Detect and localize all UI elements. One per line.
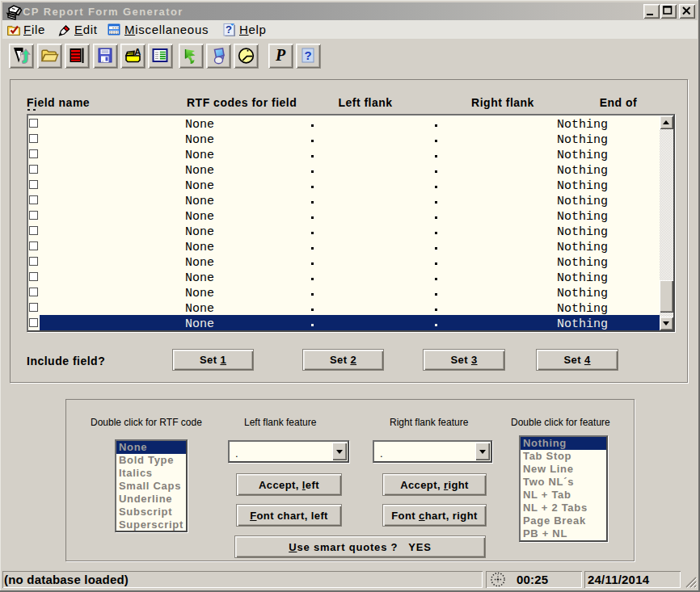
svg-text:A: A xyxy=(134,47,141,57)
svg-text:P: P xyxy=(275,46,286,64)
svg-text:?: ? xyxy=(226,23,232,36)
svg-text:?: ? xyxy=(304,48,311,62)
